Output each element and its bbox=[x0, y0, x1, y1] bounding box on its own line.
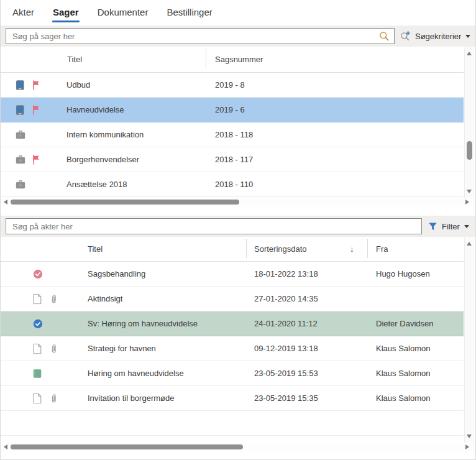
sager-searchbox bbox=[6, 28, 395, 44]
case-icon bbox=[16, 80, 25, 90]
record-date: 18-01-2022 13:18 bbox=[246, 269, 367, 278]
flag-icon bbox=[32, 80, 40, 90]
record-sender: Hugo Hugosen bbox=[367, 269, 464, 278]
tab-akter[interactable]: Akter bbox=[11, 1, 35, 24]
scroll-left-icon[interactable] bbox=[4, 200, 7, 205]
akter-table-header: Titel Sorteringsdato ↓ Fra bbox=[1, 237, 464, 262]
akter-search-input[interactable] bbox=[6, 219, 421, 234]
case-title: Intern kommunikation bbox=[66, 130, 206, 139]
table-row[interactable]: Borgerhenvendelser 2018 - 117 bbox=[1, 147, 464, 172]
column-header-titel[interactable]: Titel bbox=[88, 237, 103, 261]
table-row-selected[interactable]: Sv: Høring om havneudvidelse 24-01-2020 … bbox=[1, 311, 464, 336]
case-number: 2018 - 117 bbox=[206, 155, 464, 164]
record-date: 23-05-2019 15:35 bbox=[246, 393, 367, 403]
case-manager-window: Akter Sager Dokumenter Bestillinger Søge… bbox=[0, 0, 476, 460]
record-sender: Klaus Salomon bbox=[367, 369, 464, 378]
table-row-selected[interactable]: Havneudvidelse 2019 - 6 bbox=[1, 98, 464, 122]
briefcase-icon bbox=[16, 131, 25, 139]
scroll-up-icon[interactable] bbox=[467, 52, 472, 55]
sager-horizontal-scrollbar[interactable] bbox=[1, 198, 476, 206]
chevron-down-icon bbox=[464, 225, 469, 228]
case-number: 2019 - 8 bbox=[206, 80, 464, 90]
table-row[interactable]: Strategi for havnen 09-12-2019 13:18 Kla… bbox=[1, 336, 464, 361]
table-row[interactable]: Intern kommunikation 2018 - 118 bbox=[1, 122, 464, 147]
table-row[interactable]: Høring om havneudvidelse 23-05-2019 15:5… bbox=[1, 361, 464, 386]
sort-desc-icon: ↓ bbox=[350, 237, 354, 261]
tab-bestillinger[interactable]: Bestillinger bbox=[165, 1, 213, 24]
case-number: 2018 - 118 bbox=[206, 130, 464, 139]
scrollbar-thumb[interactable] bbox=[467, 141, 472, 160]
document-icon bbox=[33, 393, 42, 403]
column-divider[interactable] bbox=[206, 48, 206, 68]
table-row[interactable]: Sagsbehandling 18-01-2022 13:18 Hugo Hug… bbox=[1, 262, 464, 287]
filter-label: Filter bbox=[442, 222, 460, 231]
scrollbar-thumb[interactable] bbox=[11, 444, 243, 449]
case-title: Borgerhenvendelser bbox=[66, 155, 206, 164]
record-date: 24-01-2020 11:12 bbox=[246, 319, 367, 328]
column-header-sagsnummer[interactable]: Sagsnummer bbox=[215, 47, 263, 72]
record-title: Sagsbehandling bbox=[88, 269, 246, 278]
column-header-titel[interactable]: Titel bbox=[67, 47, 82, 72]
flag-icon bbox=[32, 104, 40, 115]
case-number: 2018 - 110 bbox=[206, 180, 464, 189]
table-row[interactable]: Invitation til borgermøde 23-05-2019 15:… bbox=[1, 386, 464, 411]
document-icon bbox=[33, 343, 42, 354]
paperclip-icon bbox=[50, 393, 57, 403]
filter-icon bbox=[428, 222, 437, 231]
document-icon bbox=[33, 293, 42, 304]
case-icon bbox=[16, 104, 25, 115]
paperclip-icon bbox=[50, 343, 57, 354]
check-circle-blue-icon bbox=[33, 319, 43, 329]
record-sender: Klaus Salomon bbox=[367, 393, 464, 403]
akter-horizontal-scrollbar[interactable] bbox=[1, 443, 476, 451]
scroll-right-icon[interactable] bbox=[465, 444, 469, 449]
column-header-sorteringsdato[interactable]: Sorteringsdato bbox=[254, 237, 307, 261]
scroll-down-icon[interactable] bbox=[467, 190, 472, 193]
tab-sager[interactable]: Sager bbox=[52, 1, 80, 24]
record-date: 23-05-2019 15:53 bbox=[246, 369, 367, 378]
column-header-fra[interactable]: Fra bbox=[376, 237, 388, 261]
book-icon bbox=[33, 369, 42, 378]
case-title: Udbud bbox=[66, 80, 206, 90]
search-icon[interactable] bbox=[379, 31, 390, 42]
table-row[interactable]: Ansættelse 2018 2018 - 110 bbox=[1, 172, 464, 197]
main-tabbar: Akter Sager Dokumenter Bestillinger bbox=[1, 0, 475, 25]
record-title: Høring om havneudvidelse bbox=[88, 369, 246, 378]
paperclip-icon bbox=[50, 293, 57, 304]
akter-vertical-scrollbar[interactable] bbox=[464, 237, 474, 443]
record-title: Aktindsigt bbox=[88, 294, 246, 303]
record-date: 27-01-2020 14:35 bbox=[246, 294, 367, 303]
sager-vertical-scrollbar[interactable] bbox=[464, 47, 474, 198]
case-number: 2019 - 6 bbox=[206, 105, 464, 114]
empty-row bbox=[1, 411, 464, 436]
case-title: Havneudvidelse bbox=[66, 105, 206, 114]
filter-button[interactable]: Filter bbox=[428, 218, 469, 235]
column-divider[interactable] bbox=[367, 239, 368, 258]
sager-search-input[interactable] bbox=[6, 29, 394, 44]
flag-icon bbox=[32, 154, 40, 165]
scroll-down-icon[interactable] bbox=[467, 435, 472, 438]
scroll-right-icon[interactable] bbox=[465, 200, 469, 205]
record-title: Strategi for havnen bbox=[88, 344, 246, 353]
sager-table-body: Udbud 2019 - 8 Havneudvidelse 2019 - 6 I… bbox=[1, 73, 464, 197]
akter-searchbox bbox=[6, 218, 422, 234]
scrollbar-thumb[interactable] bbox=[11, 200, 239, 205]
case-title: Ansættelse 2018 bbox=[66, 180, 206, 189]
akter-table-body: Sagsbehandling 18-01-2022 13:18 Hugo Hug… bbox=[1, 262, 464, 436]
soegekriterier-label: Søgekriterier bbox=[415, 32, 461, 41]
chevron-down-icon bbox=[465, 35, 470, 38]
tab-dokumenter[interactable]: Dokumenter bbox=[96, 1, 150, 24]
record-date: 09-12-2019 13:18 bbox=[246, 344, 367, 353]
check-circle-red-icon bbox=[33, 269, 43, 279]
column-divider[interactable] bbox=[246, 239, 247, 258]
record-sender: Dieter Davidsen bbox=[367, 319, 464, 328]
table-row[interactable]: Udbud 2019 - 8 bbox=[1, 73, 464, 98]
record-title: Invitation til borgermøde bbox=[88, 393, 246, 403]
sager-table-header: Titel Sagsnummer bbox=[1, 47, 464, 73]
scroll-up-icon[interactable] bbox=[467, 242, 472, 246]
soegekriterier-button[interactable]: Søgekriterier bbox=[400, 27, 470, 45]
scroll-left-icon[interactable] bbox=[4, 444, 7, 449]
briefcase-icon bbox=[16, 180, 25, 189]
record-title: Sv: Høring om havneudvidelse bbox=[88, 319, 246, 328]
table-row[interactable]: Aktindsigt 27-01-2020 14:35 bbox=[1, 287, 464, 311]
